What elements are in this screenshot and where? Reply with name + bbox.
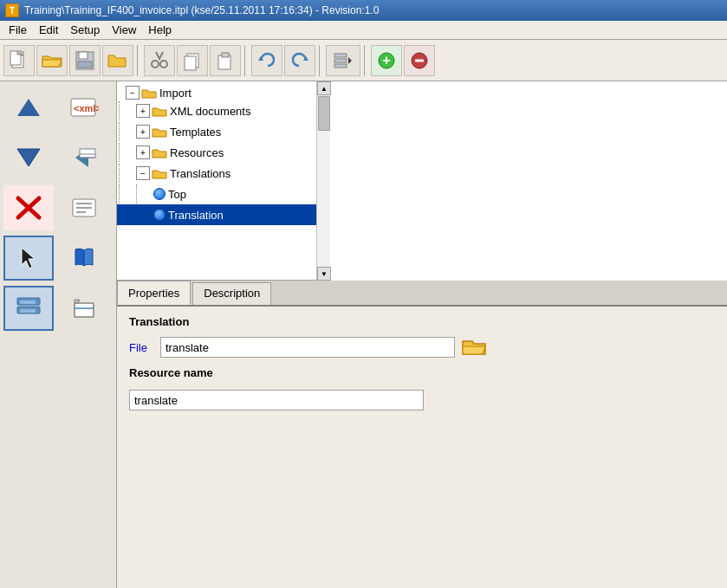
menu-bar: File Edit Setup View Help xyxy=(0,21,727,40)
svg-rect-30 xyxy=(80,149,95,158)
open-yellow-button[interactable] xyxy=(102,45,133,76)
scan-button[interactable] xyxy=(59,286,109,331)
paste-icon xyxy=(215,50,236,71)
separator-1 xyxy=(137,45,140,76)
xml-icon: <xml> xyxy=(69,95,99,120)
undo-icon xyxy=(256,50,277,71)
layout-button[interactable] xyxy=(326,45,360,76)
svg-rect-44 xyxy=(75,303,94,317)
svg-marker-20 xyxy=(348,57,352,64)
tree-label-top: Top xyxy=(168,188,186,201)
tree-label-xml: XML documents xyxy=(170,105,250,118)
folder-yellow-icon xyxy=(107,51,129,70)
tabs-bar: Properties Description xyxy=(117,281,727,307)
svg-rect-7 xyxy=(79,52,88,59)
expander-translations[interactable]: − xyxy=(136,166,150,180)
section-title-resource: Resource name xyxy=(129,366,715,379)
scroll-down-button[interactable]: ▼ xyxy=(317,267,331,281)
tree-label-templates: Templates xyxy=(170,126,221,139)
copy-icon xyxy=(182,50,203,71)
layers-button[interactable] xyxy=(3,286,54,331)
new-icon xyxy=(9,50,29,71)
scroll-up-button[interactable]: ▲ xyxy=(317,81,331,95)
scroll-thumb[interactable] xyxy=(318,96,330,131)
tree-node-resources[interactable]: + Resources xyxy=(117,142,316,163)
svg-rect-8 xyxy=(78,61,92,68)
up-arrow-icon xyxy=(16,94,42,120)
tree-node-xml[interactable]: + XML documents xyxy=(117,100,316,121)
tree-node-translations[interactable]: − Translations xyxy=(117,163,316,184)
save-button[interactable] xyxy=(69,45,101,76)
svg-rect-43 xyxy=(20,309,36,313)
tree-scrollbar[interactable]: ▲ ▼ xyxy=(316,81,330,281)
tree-panel[interactable]: − Import + XML documents xyxy=(117,81,316,281)
file-field-row: File xyxy=(129,335,715,359)
svg-rect-14 xyxy=(222,53,229,57)
tree-label-translation: Translation xyxy=(168,209,224,222)
up-arrow-button[interactable] xyxy=(3,85,54,130)
svg-marker-28 xyxy=(17,149,40,166)
tree-label-translations: Translations xyxy=(170,167,230,180)
delete-button[interactable] xyxy=(3,185,54,230)
properties-body: Translation File Resource name xyxy=(117,307,727,588)
app-icon: T xyxy=(5,3,19,17)
tree-label-resources: Resources xyxy=(170,146,224,159)
menu-view[interactable]: View xyxy=(107,22,141,38)
item-icon-top xyxy=(153,188,166,200)
open-folder-icon xyxy=(41,51,63,70)
menu-edit[interactable]: Edit xyxy=(34,22,63,38)
cursor-tool-button[interactable] xyxy=(3,236,54,281)
expander-resources[interactable]: + xyxy=(136,145,150,159)
folder-icon-templates xyxy=(152,126,167,138)
properties-button[interactable] xyxy=(59,185,109,230)
separator-3 xyxy=(319,45,322,76)
new-button[interactable] xyxy=(3,45,35,76)
expander-xml[interactable]: + xyxy=(136,104,150,118)
open-folder-button[interactable] xyxy=(36,45,68,76)
add-button[interactable]: + xyxy=(371,45,402,76)
left-arrow-button[interactable] xyxy=(59,135,109,180)
svg-rect-17 xyxy=(334,54,347,57)
left-sidebar: <xml> xyxy=(0,81,117,588)
book-icon xyxy=(72,247,96,269)
svg-point-10 xyxy=(160,61,167,68)
tab-properties[interactable]: Properties xyxy=(117,281,191,305)
resource-input[interactable] xyxy=(129,390,424,410)
folder-icon-translations xyxy=(152,167,167,179)
section-title-translation: Translation xyxy=(129,315,715,328)
cursor-icon xyxy=(18,246,39,270)
cut-button[interactable] xyxy=(144,45,175,76)
remove-button[interactable] xyxy=(404,45,435,76)
tree-label-import: Import xyxy=(159,87,191,100)
remove-icon xyxy=(409,50,430,71)
svg-text:+: + xyxy=(382,53,390,68)
menu-setup[interactable]: Setup xyxy=(65,22,105,38)
right-content: − Import + XML documents xyxy=(117,81,727,588)
redo-button[interactable] xyxy=(284,45,315,76)
browse-button[interactable] xyxy=(460,335,488,359)
book-button[interactable] xyxy=(59,236,109,281)
menu-file[interactable]: File xyxy=(3,22,32,38)
tree-node-templates[interactable]: + Templates xyxy=(117,121,316,142)
xml-button[interactable]: <xml> xyxy=(59,85,109,130)
scan-icon xyxy=(71,296,97,320)
tree-node-top[interactable]: Top xyxy=(117,184,316,204)
expander-import[interactable]: − xyxy=(126,86,140,100)
tab-description[interactable]: Description xyxy=(192,282,271,305)
tree-node-translation[interactable]: Translation xyxy=(117,204,316,225)
file-input[interactable] xyxy=(160,337,455,358)
properties-icon xyxy=(70,196,98,220)
menu-help[interactable]: Help xyxy=(143,22,177,38)
folder-icon-xml xyxy=(152,105,167,117)
undo-button[interactable] xyxy=(251,45,282,76)
toolbar: + xyxy=(0,40,727,81)
copy-button[interactable] xyxy=(177,45,208,76)
add-icon: + xyxy=(376,50,397,71)
paste-button[interactable] xyxy=(210,45,241,76)
tree-node-import[interactable]: − Import xyxy=(117,85,316,100)
down-arrow-button[interactable] xyxy=(3,135,54,180)
expander-templates[interactable]: + xyxy=(136,125,150,139)
title-bar: T Training\Training_IF400_invoice.itpl (… xyxy=(0,0,727,21)
scroll-track[interactable] xyxy=(317,95,330,267)
cut-icon xyxy=(151,50,168,71)
